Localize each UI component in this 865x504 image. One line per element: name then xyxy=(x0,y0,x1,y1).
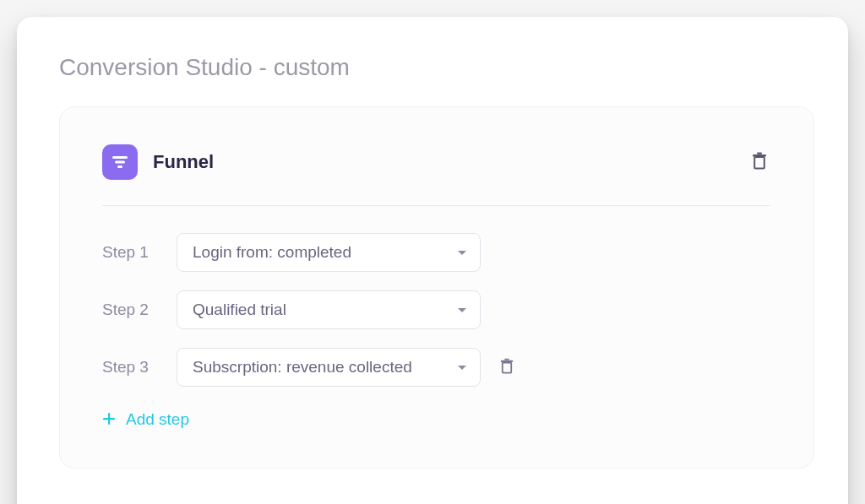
add-step-button[interactable]: Add step xyxy=(102,410,189,429)
step-1-select[interactable]: Login from: completed xyxy=(177,233,481,272)
svg-rect-8 xyxy=(504,358,509,360)
svg-rect-4 xyxy=(753,154,766,156)
step-label: Step 2 xyxy=(102,301,158,319)
delete-funnel-button[interactable] xyxy=(748,149,771,176)
step-row: Step 3 Subscrption: revenue collected xyxy=(102,348,771,387)
delete-step-3-button[interactable] xyxy=(496,355,518,381)
funnel-steps: Step 1 Login from: completed Step 2 Qual… xyxy=(102,233,771,387)
step-3-select[interactable]: Subscrption: revenue collected xyxy=(177,348,481,387)
plus-icon xyxy=(102,412,116,428)
trash-icon xyxy=(499,358,514,377)
conversion-studio-window: Conversion Studio - custom Funnel xyxy=(17,17,848,504)
svg-rect-2 xyxy=(117,165,122,168)
step-select-value: Login from: completed xyxy=(193,243,351,262)
svg-rect-6 xyxy=(503,362,511,372)
chevron-down-icon xyxy=(458,366,466,370)
svg-rect-3 xyxy=(754,157,764,169)
step-2-select[interactable]: Qualified trial xyxy=(177,290,481,329)
step-row: Step 1 Login from: completed xyxy=(102,233,771,272)
step-label: Step 3 xyxy=(102,358,158,377)
trash-icon xyxy=(751,152,768,173)
svg-rect-5 xyxy=(757,152,762,154)
svg-rect-0 xyxy=(112,156,128,159)
page-title: Conversion Studio - custom xyxy=(59,54,814,81)
svg-rect-10 xyxy=(103,418,115,420)
add-step-label: Add step xyxy=(126,410,189,429)
chevron-down-icon xyxy=(458,251,466,255)
funnel-card-header-left: Funnel xyxy=(102,144,214,180)
step-select-value: Qualified trial xyxy=(193,301,286,319)
svg-rect-1 xyxy=(115,161,125,164)
step-select-value: Subscrption: revenue collected xyxy=(193,358,412,377)
svg-rect-7 xyxy=(501,360,513,361)
step-row: Step 2 Qualified trial xyxy=(102,290,771,329)
funnel-card-title: Funnel xyxy=(153,151,214,173)
funnel-card: Funnel Step 1 Login from: completed xyxy=(59,106,814,469)
funnel-card-header: Funnel xyxy=(102,144,771,206)
step-label: Step 1 xyxy=(102,243,158,262)
funnel-icon xyxy=(102,144,138,180)
chevron-down-icon xyxy=(458,308,466,312)
